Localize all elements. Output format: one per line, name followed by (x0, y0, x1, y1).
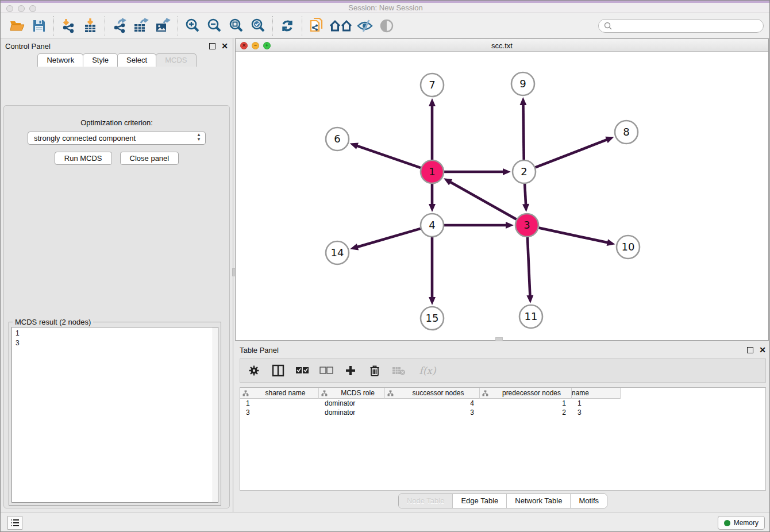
column-header-predecessor-nodes[interactable]: predecessor nodes (480, 388, 572, 399)
graph-edge-4-14[interactable] (357, 229, 421, 247)
close-table-panel-icon[interactable]: ✕ (759, 346, 766, 354)
mcds-result-title: MCDS result (2 nodes) (13, 318, 93, 326)
save-session-button[interactable] (28, 15, 50, 37)
apply-layout-button[interactable] (276, 15, 298, 37)
show-all-button[interactable] (376, 15, 398, 37)
zoom-out-button[interactable] (203, 15, 225, 37)
control-panel-tab-network[interactable]: Network (37, 53, 83, 67)
delete-table-icon (392, 365, 406, 376)
first-neighbors-button[interactable] (328, 15, 354, 37)
graph-edge-2-8[interactable] (536, 140, 608, 168)
zoom-selected-button[interactable] (247, 15, 269, 37)
new-network-from-selection-icon (309, 17, 325, 34)
unchecked-boxes-icon (319, 367, 333, 375)
table-row[interactable]: 1dominator411 (240, 399, 765, 408)
fx-icon: f(x) (419, 365, 436, 376)
close-panel-button[interactable]: Close panel (120, 152, 179, 165)
houses-icon (329, 19, 352, 33)
network-window-title: scc.txt (236, 41, 768, 50)
network-graph[interactable]: 7968124314101511 (236, 52, 768, 340)
table-cell[interactable]: 1 (572, 399, 621, 408)
table-type-tabs: Node TableEdge TableNetwork TableMotifs (235, 491, 770, 511)
column-header-name[interactable]: name (572, 388, 621, 399)
save-floppy-icon (32, 19, 46, 33)
deselect-all-columns-button[interactable] (319, 364, 333, 377)
table-cell[interactable]: 2 (480, 408, 572, 417)
column-header-successor-nodes[interactable]: successor nodes (385, 388, 480, 399)
column-header-MCDS-role[interactable]: MCDS role (319, 388, 385, 399)
new-network-from-selection-button[interactable] (306, 15, 328, 37)
export-image-button[interactable] (152, 15, 174, 37)
graph-edge-3-1[interactable] (449, 182, 516, 219)
table-tab-motifs[interactable]: Motifs (571, 494, 607, 508)
close-panel-icon[interactable]: ✕ (221, 42, 228, 50)
export-table-button[interactable] (130, 15, 152, 37)
table-cell[interactable]: 3 (385, 408, 480, 417)
table-panel-header: Table Panel ✕ (235, 342, 770, 357)
table-cell[interactable]: dominator (319, 399, 385, 408)
memory-button[interactable]: Memory (718, 516, 765, 530)
node-table[interactable]: shared nameMCDS rolesuccessor nodesprede… (240, 387, 766, 491)
graph-edge-arrowhead (429, 204, 436, 212)
application-window: Session: New Session (0, 0, 770, 532)
import-table-icon (82, 18, 98, 34)
export-network-button[interactable] (109, 15, 130, 37)
import-table-button[interactable] (79, 15, 101, 37)
graph-edge-arrowhead (503, 168, 511, 175)
select-all-columns-button[interactable] (295, 364, 309, 377)
mcds-result-group: MCDS result (2 nodes) 1 3 (9, 322, 221, 506)
table-cell[interactable]: 1 (480, 399, 572, 408)
table-cell[interactable]: 4 (385, 399, 480, 408)
delete-columns-button[interactable] (368, 364, 382, 377)
window-title: Session: New Session (1, 3, 770, 12)
network-resize-handle[interactable] (495, 337, 503, 341)
add-column-button[interactable] (344, 364, 357, 377)
open-session-button[interactable] (6, 15, 28, 37)
table-cell[interactable]: dominator (319, 408, 385, 417)
run-mcds-button[interactable]: Run MCDS (55, 152, 112, 165)
float-table-panel-icon[interactable] (747, 347, 753, 353)
graph-edge-1-6[interactable] (356, 145, 421, 168)
table-cell[interactable]: 1 (240, 399, 319, 408)
zoom-out-icon (206, 18, 222, 34)
zoom-fit-button[interactable] (225, 15, 247, 37)
table-cell[interactable]: 3 (240, 408, 319, 417)
graph-edge-arrowhead (526, 295, 533, 303)
network-window-titlebar[interactable]: ✕ − + scc.txt (236, 39, 768, 52)
graph-edge-2-3[interactable] (525, 184, 526, 205)
columns-icon (272, 364, 284, 377)
network-canvas[interactable]: 7968124314101511 (236, 52, 768, 340)
control-panel: Control Panel ✕ NetworkStyleSelectMCDS O… (1, 38, 233, 512)
column-type-icon (482, 390, 488, 396)
graph-edge-3-10[interactable] (539, 228, 609, 242)
column-header-shared-name[interactable]: shared name (240, 388, 319, 399)
control-panel-tabs: NetworkStyleSelectMCDS (1, 53, 233, 67)
table-options-gear-button[interactable] (247, 364, 261, 377)
table-tab-node-table[interactable]: Node Table (399, 494, 453, 508)
graph-edge-2-9[interactable] (523, 104, 523, 160)
control-panel-tab-mcds[interactable]: MCDS (156, 53, 196, 67)
table-row[interactable]: 3dominator323 (240, 408, 765, 417)
float-panel-icon[interactable] (209, 43, 215, 49)
import-network-button[interactable] (57, 15, 79, 37)
graph-node-label-14: 14 (331, 246, 344, 259)
zoom-in-button[interactable] (182, 15, 203, 37)
graph-edge-3-11[interactable] (528, 237, 530, 296)
search-field[interactable] (598, 19, 764, 33)
import-network-icon (60, 18, 76, 34)
function-builder-button-disabled: f(x) (416, 364, 439, 377)
export-table-icon (133, 18, 150, 34)
table-tab-edge-table[interactable]: Edge Table (453, 494, 507, 508)
search-input[interactable] (613, 22, 763, 30)
mcds-result-text[interactable]: 1 3 (11, 327, 218, 503)
table-tab-network-table[interactable]: Network Table (507, 494, 571, 508)
table-cell[interactable]: 3 (572, 408, 621, 417)
hide-selected-button[interactable] (354, 15, 376, 37)
control-panel-tab-style[interactable]: Style (83, 53, 118, 67)
result-scrollbar[interactable] (213, 327, 218, 502)
show-columns-button[interactable] (271, 364, 285, 377)
control-panel-tab-select[interactable]: Select (117, 53, 156, 67)
task-history-button[interactable] (7, 516, 22, 530)
criterion-dropdown[interactable]: strongly connected component ▲▼ (28, 132, 206, 145)
graph-node-label-1: 1 (429, 165, 435, 178)
